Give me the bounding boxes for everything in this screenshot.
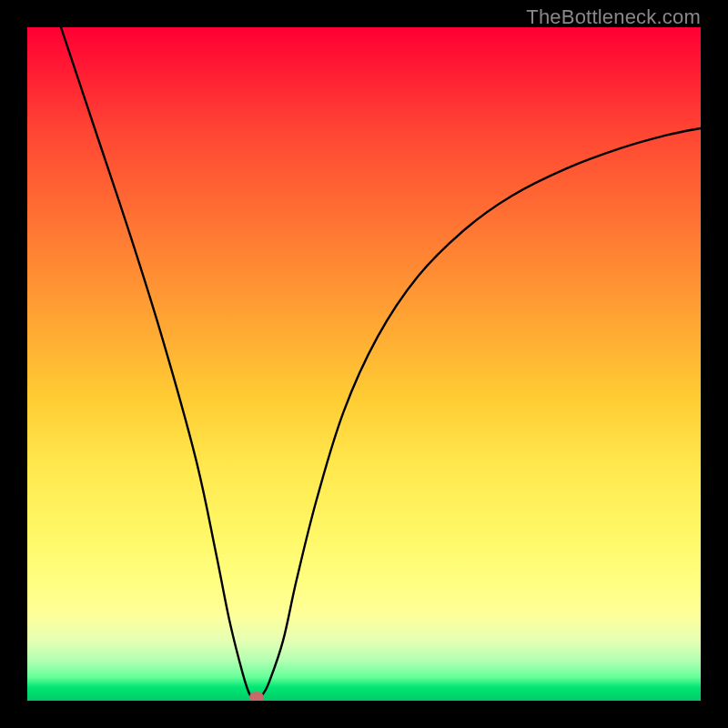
watermark-text: TheBottleneck.com	[526, 5, 701, 29]
bottleneck-curve	[61, 27, 701, 701]
plot-area	[27, 27, 701, 701]
curve-layer	[27, 27, 701, 701]
optimal-marker	[249, 692, 264, 701]
